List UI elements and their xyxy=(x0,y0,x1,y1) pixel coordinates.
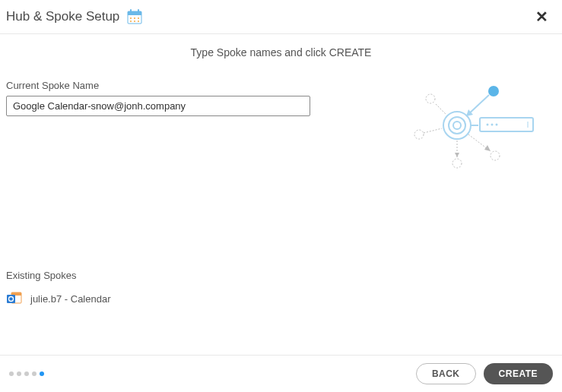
svg-rect-1 xyxy=(128,11,141,15)
svg-point-26 xyxy=(452,159,462,168)
outlook-calendar-icon xyxy=(6,290,23,307)
svg-line-23 xyxy=(436,104,446,115)
dialog-content: Type Spoke names and click CREATE Curren… xyxy=(0,46,562,308)
close-icon[interactable]: ✕ xyxy=(531,8,553,26)
svg-point-24 xyxy=(414,130,424,139)
step-dot-active xyxy=(40,371,44,376)
create-button[interactable]: CREATE xyxy=(484,363,553,384)
spoke-item-name: julie.b7 - Calendar xyxy=(30,293,111,305)
svg-rect-3 xyxy=(138,9,139,12)
step-indicator xyxy=(9,371,44,376)
dialog-footer: BACK CREATE xyxy=(0,355,562,392)
step-dot xyxy=(32,371,37,376)
existing-spokes-label: Existing Spokes xyxy=(6,270,556,281)
instruction-text: Type Spoke names and click CREATE xyxy=(6,46,556,58)
form-area: Current Spoke Name xyxy=(6,80,396,179)
dialog-title: Hub & Spoke Setup xyxy=(6,9,119,24)
svg-rect-34 xyxy=(7,295,15,303)
svg-marker-28 xyxy=(455,153,459,157)
svg-point-17 xyxy=(487,124,489,126)
svg-point-4 xyxy=(130,17,132,19)
hub-spoke-illustration xyxy=(396,80,548,179)
svg-point-18 xyxy=(491,124,494,126)
current-spoke-input[interactable] xyxy=(6,96,310,116)
back-button[interactable]: BACK xyxy=(416,363,476,384)
step-dot xyxy=(17,371,21,376)
svg-point-19 xyxy=(496,124,498,126)
svg-line-25 xyxy=(424,128,442,133)
header-left: Hub & Spoke Setup xyxy=(6,8,144,26)
dialog-header: Hub & Spoke Setup ✕ xyxy=(0,0,562,34)
svg-point-22 xyxy=(426,94,435,103)
svg-point-13 xyxy=(488,86,499,96)
svg-point-7 xyxy=(130,21,132,22)
svg-rect-2 xyxy=(130,9,132,12)
list-item: julie.b7 - Calendar xyxy=(6,289,556,308)
svg-point-6 xyxy=(138,17,139,19)
step-dot xyxy=(24,371,29,376)
svg-point-8 xyxy=(134,21,135,22)
step-dot xyxy=(9,371,14,376)
existing-spokes-section: Existing Spokes julie.b7 - Calendar xyxy=(6,270,556,308)
footer-buttons: BACK CREATE xyxy=(416,363,553,384)
calendar-icon xyxy=(125,8,144,26)
svg-point-29 xyxy=(491,151,500,160)
svg-point-12 xyxy=(453,122,461,129)
main-area: Current Spoke Name xyxy=(6,80,556,179)
svg-marker-31 xyxy=(484,145,491,151)
current-spoke-label: Current Spoke Name xyxy=(6,80,396,91)
svg-point-5 xyxy=(134,17,135,19)
svg-point-9 xyxy=(138,21,139,22)
existing-spokes-list: julie.b7 - Calendar xyxy=(6,289,556,308)
svg-point-11 xyxy=(449,117,465,134)
